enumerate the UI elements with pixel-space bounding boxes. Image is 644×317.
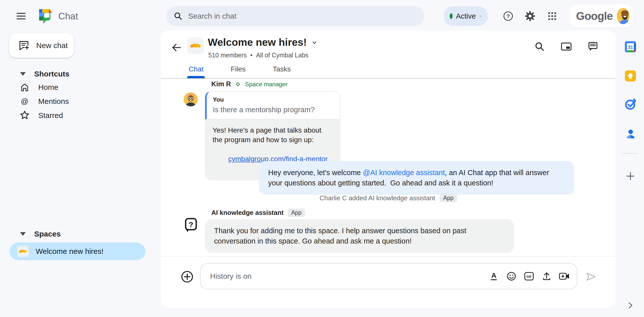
tasks-panel-button[interactable] [623,97,637,111]
quote-author: You [213,96,333,103]
org-name: All of Cymbal Labs [256,52,308,59]
sidebar-item-starred[interactable]: Starred [0,108,96,123]
spaces-section-header[interactable]: Spaces [0,227,91,241]
space-emoji-tile [17,246,29,257]
video-meeting-button[interactable] [559,271,570,282]
format-icon: A [489,271,498,281]
chevron-down-icon [479,13,482,19]
app-badge: App [440,194,457,202]
space-name-label: Welcome new hires! [36,247,104,256]
rail-divider [622,153,637,154]
assistant-question-bubble-icon: ? [183,217,199,234]
collapse-triangle-icon [20,72,26,76]
space-panel: Welcome new hires! 510 members • All of … [161,30,616,308]
dot-separator: • [250,52,253,59]
app-mention-link[interactable]: @AI knowledge assistant [363,169,445,177]
app-badge: App [288,209,305,217]
search-bar[interactable] [166,6,424,26]
composer-toolbar: A GIF [488,271,570,282]
handshake-icon [19,247,27,255]
get-add-ons-button[interactable] [623,169,637,183]
message-input[interactable] [210,272,488,281]
chat-threads-button[interactable] [586,39,600,54]
message-composer[interactable]: A GIF [200,263,577,289]
star-icon [19,110,30,121]
google-keep-icon [624,69,637,83]
sender-avatar[interactable] [184,92,198,106]
members-count: 510 members [208,52,247,59]
kim-avatar-image [184,92,198,106]
google-calendar-icon: 31 [624,40,637,54]
hide-side-panel-button[interactable] [623,298,637,312]
gear-icon [524,10,536,22]
gif-button[interactable]: GIF [524,271,535,282]
emoji-button[interactable] [506,271,517,282]
sidebar-item-home[interactable]: Home [0,80,96,94]
calendar-panel-button[interactable]: 31 [623,40,637,54]
picture-in-picture-button[interactable] [559,39,573,54]
space-tabs: Chat Files Tasks [187,63,292,75]
upload-button[interactable] [541,271,552,282]
home-icon [19,82,30,93]
back-button[interactable] [171,41,184,54]
main-menu-button[interactable] [16,11,29,22]
quoted-message[interactable]: You Is there a mentorship program? [205,91,340,120]
text-format-button[interactable]: A [488,271,499,282]
active-status-dot [450,13,453,19]
sidebar-space-welcome-new-hires[interactable]: Welcome new hires! [10,243,145,260]
message-sender-row: AI knowledge assistant App [211,209,305,217]
message-bubble-announcement[interactable]: Hey everyone, let's welcome @AI knowledg… [259,161,574,195]
google-contacts-icon [624,128,636,140]
status-label: Active [456,12,476,20]
help-icon: ? [503,11,514,22]
space-avatar-tile [187,37,204,54]
message-icon [587,41,598,52]
status-selector[interactable]: Active [444,6,488,26]
app-title: Chat [58,11,78,22]
shortcuts-label: Shortcuts [34,70,69,78]
sidebar-item-mentions[interactable]: @ Mentions [0,94,96,108]
sender-role: Space manager [245,81,288,88]
emoji-icon [506,271,516,281]
announcement-prefix: Hey everyone, let's welcome [268,169,363,177]
tab-chat[interactable]: Chat [187,63,205,75]
send-button[interactable] [585,271,597,283]
google-apps-button[interactable] [545,9,559,23]
new-chat-button[interactable]: New chat [9,33,74,58]
tabs-divider [161,78,616,79]
video-camera-plus-icon [559,271,570,281]
help-button[interactable]: ? [501,9,515,23]
svg-text:A: A [491,271,496,279]
user-avatar[interactable] [617,8,629,24]
search-icon [174,12,183,21]
settings-button[interactable] [523,9,537,23]
google-chat-logo [38,9,54,24]
search-icon [534,41,545,52]
shortcuts-section-header[interactable]: Shortcuts [0,67,91,81]
mentions-label: Mentions [38,97,69,106]
google-wordmark: Google [576,10,613,22]
space-title-row[interactable]: Welcome new hires! [208,36,318,48]
quote-text: Is there a mentorship program? [213,106,333,114]
chevron-right-icon [626,301,634,309]
add-attachment-button[interactable] [181,270,193,283]
assistant-avatar[interactable]: ? [183,217,199,234]
search-in-space-button[interactable] [533,39,547,54]
message-body: Yes! Here's a page that talks about the … [213,126,323,144]
new-chat-icon [18,40,30,51]
account-area[interactable]: Google [570,4,633,28]
message-sender-row: Kim R Space manager [211,80,288,88]
starred-label: Starred [38,111,63,120]
search-input[interactable] [188,12,417,20]
upload-icon [541,271,552,282]
message-bubble-assistant[interactable]: Thank you for adding me to this space. I… [205,219,514,253]
pip-icon [561,42,572,52]
tab-tasks[interactable]: Tasks [271,63,292,75]
keep-panel-button[interactable] [623,69,637,83]
tab-files[interactable]: Files [229,63,247,75]
contacts-panel-button[interactable] [623,127,637,141]
arrow-back-icon [171,42,183,54]
gif-icon: GIF [524,271,534,281]
space-title: Welcome new hires! [208,36,307,48]
spaces-label: Spaces [34,230,61,238]
